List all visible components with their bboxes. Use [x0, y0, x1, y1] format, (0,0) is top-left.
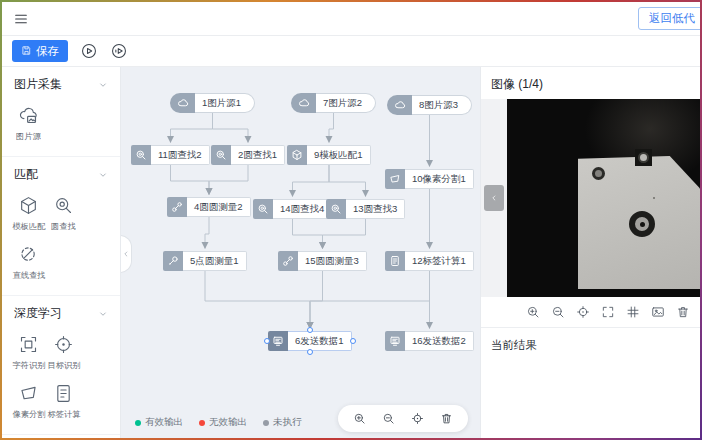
trash-icon	[440, 412, 453, 425]
flow-node-14圆查找4[interactable]: 14圆查找4	[253, 199, 332, 219]
line-search-icon	[18, 244, 39, 265]
flow-canvas[interactable]: 1图片源17图片源28图片源311圆查找22圆查找19模板匹配110像素分割14…	[121, 67, 480, 438]
zoom-out-button[interactable]	[382, 412, 395, 425]
node-label: 5点圆测量1	[183, 251, 247, 271]
flow-node-13圆查找3[interactable]: 13圆查找3	[326, 199, 405, 219]
run-button[interactable]	[79, 42, 98, 61]
back-to-lowcode-button[interactable]: 返回低代	[638, 7, 700, 30]
viewer-nav-strip	[481, 99, 507, 297]
selection-handle[interactable]	[307, 327, 313, 333]
node-label: 12标签计算1	[405, 251, 474, 271]
trash-icon	[676, 305, 690, 319]
image-toolbar	[481, 297, 700, 328]
circle-search-icon	[211, 145, 231, 165]
flow-node-16发送数据2[interactable]: 16发送数据2	[385, 331, 474, 351]
send-icon	[268, 331, 288, 351]
legend-dot	[135, 420, 141, 426]
zoom-in-button[interactable]	[353, 412, 366, 425]
zoom-out-button[interactable]	[551, 305, 565, 319]
sidebar-section: 图片采集图片源	[2, 67, 120, 156]
legend-dot	[263, 420, 269, 426]
sidebar-section: 深度学习字符识别目标识别像素分割标签计算	[2, 295, 120, 434]
main-body: 图片采集图片源匹配模板匹配圆查找直线查找深度学习字符识别目标识别像素分割标签计算…	[2, 67, 700, 438]
section-header[interactable]: 图片采集	[2, 67, 120, 98]
legend-label: 未执行	[273, 416, 302, 429]
node-label: 2圆查找1	[231, 145, 285, 165]
flow-node-12标签计算1[interactable]: 12标签计算1	[385, 251, 474, 271]
save-button[interactable]: 保存	[12, 40, 68, 62]
part-fiducial-square	[635, 149, 652, 166]
flow-node-8图片源3[interactable]: 8图片源3	[387, 95, 472, 115]
grid-icon	[626, 305, 640, 319]
menu-icon[interactable]	[12, 10, 30, 28]
measure-cc-icon	[278, 251, 298, 271]
delete-button[interactable]	[440, 412, 453, 425]
locate-icon	[576, 305, 590, 319]
part-speck	[653, 197, 655, 199]
preview-panel: 图像 (1/4) 当前结果	[480, 67, 700, 438]
sidebar-section: 测量圆圆测量点圆测量点点测量	[2, 434, 120, 438]
ocr-icon	[18, 334, 39, 355]
node-label: 13圆查找3	[346, 199, 405, 219]
tool-item-字符识别[interactable]: 字符识别	[11, 334, 46, 372]
canvas-zoom-toolbar	[338, 405, 468, 432]
cube-icon	[18, 195, 39, 216]
flow-node-11圆查找2[interactable]: 11圆查找2	[131, 145, 210, 165]
legend-label: 无效输出	[209, 416, 247, 429]
measure-pc-icon	[163, 251, 183, 271]
flow-node-4圆圆测量2[interactable]: 4圆圆测量2	[167, 197, 251, 217]
flow-node-10像素分割1[interactable]: 10像素分割1	[385, 169, 474, 189]
zoom-in-button[interactable]	[526, 305, 540, 319]
flow-node-6发送数据1[interactable]: 6发送数据1	[268, 331, 352, 351]
section-title: 匹配	[14, 166, 38, 183]
magnifier-minus-icon	[551, 305, 565, 319]
flow-node-5点圆测量1[interactable]: 5点圆测量1	[163, 251, 247, 271]
grid-button[interactable]	[626, 305, 640, 319]
status-legend: 有效输出无效输出未执行	[135, 416, 302, 429]
section-header[interactable]: 匹配	[2, 157, 120, 188]
tool-item-圆查找[interactable]: 圆查找	[46, 195, 81, 233]
legend-item: 有效输出	[135, 416, 183, 429]
node-label: 11圆查找2	[151, 145, 210, 165]
fit-image-button[interactable]	[651, 305, 665, 319]
locate-icon	[411, 412, 424, 425]
center-button[interactable]	[576, 305, 590, 319]
prev-image-button[interactable]	[484, 185, 504, 211]
magnifier-minus-icon	[382, 412, 395, 425]
tool-item-目标识别[interactable]: 目标识别	[46, 334, 81, 372]
tool-item-像素分割[interactable]: 像素分割	[11, 383, 46, 421]
step-run-button[interactable]	[109, 42, 128, 61]
polygon-icon	[18, 383, 39, 404]
tool-item-模板匹配[interactable]: 模板匹配	[11, 195, 46, 233]
node-label: 10像素分割1	[405, 169, 474, 189]
tool-item-标签计算[interactable]: 标签计算	[46, 383, 81, 421]
section-header[interactable]: 测量	[2, 435, 120, 438]
tools-sidebar: 图片采集图片源匹配模板匹配圆查找直线查找深度学习字符识别目标识别像素分割标签计算…	[2, 67, 121, 438]
delete-button[interactable]	[676, 305, 690, 319]
selection-handle[interactable]	[307, 349, 313, 355]
circle-search-icon	[53, 195, 74, 216]
flow-node-15圆圆测量3[interactable]: 15圆圆测量3	[278, 251, 367, 271]
inspection-image[interactable]	[507, 99, 700, 297]
locate-button[interactable]	[411, 412, 424, 425]
tool-item-直线查找[interactable]: 直线查找	[11, 244, 46, 282]
flow-node-1图片源1[interactable]: 1图片源1	[170, 93, 255, 113]
fullscreen-button[interactable]	[601, 305, 615, 319]
node-label: 6发送数据1	[288, 331, 352, 351]
flow-node-9模板匹配1[interactable]: 9模板匹配1	[287, 145, 371, 165]
circle-search-icon	[253, 199, 273, 219]
doc-icon	[53, 383, 74, 404]
tool-label: 圆查找	[51, 221, 76, 233]
selection-handle[interactable]	[350, 338, 356, 344]
cloud-icon	[170, 93, 195, 113]
part-hole-large	[629, 211, 655, 237]
header: 返回低代	[2, 2, 700, 36]
tool-label: 模板匹配	[12, 221, 45, 233]
current-results-body	[481, 363, 700, 438]
flow-node-2圆查找1[interactable]: 2圆查找1	[211, 145, 285, 165]
selection-handle[interactable]	[264, 338, 270, 344]
section-header[interactable]: 深度学习	[2, 296, 120, 327]
node-label: 8图片源3	[412, 95, 472, 115]
tool-item-图片源[interactable]: 图片源	[11, 105, 46, 143]
flow-node-7图片源2[interactable]: 7图片源2	[291, 93, 376, 113]
